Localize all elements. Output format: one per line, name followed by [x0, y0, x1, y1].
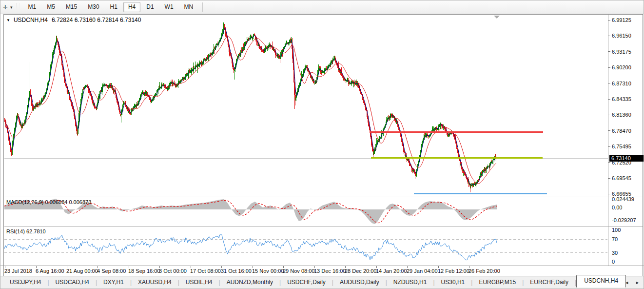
rsi-axis-label: 100 — [612, 227, 621, 233]
current-price-tag: 6.73140 — [609, 155, 644, 162]
chart-ohlc: 6.72824 6.73160 6.72814 6.73140 — [52, 17, 141, 23]
toolbar-grip[interactable] — [17, 3, 20, 11]
bull-candle-wicks — [12, 22, 495, 188]
price-axis-label: 6.99125 — [612, 17, 631, 23]
cursor-tool-icon[interactable]: ✛ — [1, 4, 9, 11]
rsi-label: RSI(14) 62.7810 — [6, 228, 46, 234]
date-axis-label: 15 Nov 00:00 — [252, 268, 284, 274]
chart-tab-usdjpy-h4[interactable]: USDJPY,H4 — [3, 277, 47, 288]
chart-tab-audnzd-monthly[interactable]: AUDNZD,Monthly — [220, 277, 279, 288]
timeframe-toolbar: ✛ ▾ M1M5M15M30H1H4D1W1MN — [0, 0, 644, 14]
date-axis-label: 4 Sep 08:00 — [97, 268, 126, 274]
date-axis-label: 31 Oct 16:00 — [221, 268, 252, 274]
timeframe-button-h4[interactable]: H4 — [123, 2, 140, 12]
date-axis-label: 18 Sep 16:00 — [128, 268, 160, 274]
chart-tab-usdchf-daily[interactable]: USDCHF,Daily — [281, 277, 332, 288]
chart-tab-eurchf-daily[interactable]: EURCHF,Daily — [524, 277, 575, 288]
macd-axis-label: -0.029207 — [612, 217, 636, 223]
chart-tabs: USDJPY,H4|USDCAD,H4|DXY,H1|XAUUSD,H4|USO… — [3, 277, 626, 288]
cursor-tool-caret-icon[interactable]: ▾ — [10, 5, 13, 10]
date-axis-label: 6 Aug 16:00 — [36, 268, 64, 274]
timeframe-button-m15[interactable]: M15 — [61, 2, 82, 12]
price-axis-label: 6.84335 — [612, 96, 631, 102]
rsi-axis-label: 0 — [612, 259, 615, 265]
scroll-to-end-icon — [494, 16, 500, 19]
rsi-axis-label: 30 — [612, 250, 618, 256]
chart-tab-nzdusd-h1[interactable]: NZDUSD,H1 — [387, 277, 433, 288]
chart-tab-audusd-daily[interactable]: AUDUSD,Daily — [333, 277, 386, 288]
ma-slow-line — [4, 37, 496, 184]
chart-tab-xauusd-h4[interactable]: XAUUSD,H4 — [132, 277, 178, 288]
chart-dropdown-icon[interactable]: ▼ — [6, 18, 10, 22]
date-axis-label: 12 Feb 12:00 — [438, 268, 469, 274]
date-axis-label: 21 Aug 00:00 — [66, 268, 98, 274]
price-chart[interactable] — [0, 0, 644, 289]
date-axis-label: 23 Jul 2018 — [4, 268, 32, 274]
price-axis-label: 6.96150 — [612, 33, 631, 39]
timeframe-button-mn[interactable]: MN — [179, 2, 198, 12]
date-axis-label: 14 Jan 20:00 — [376, 268, 407, 274]
chart-tab-dxy-h1[interactable]: DXY,H1 — [97, 277, 130, 288]
rsi-axis-label: 70 — [612, 236, 618, 242]
price-axis-label: 6.78470 — [612, 128, 631, 134]
timeframe-buttons: M1M5M15M30H1H4D1W1MN — [23, 2, 199, 12]
date-axis-label: 29 Nov 08:00 — [283, 268, 314, 274]
chart-tab-usdcnh-h4[interactable]: USDCNH,H4 — [576, 275, 626, 288]
chart-tab-us30-h1[interactable]: US30,H1 — [435, 277, 471, 288]
chart-tabbar: USDJPY,H4|USDCAD,H4|DXY,H1|XAUUSD,H4|USO… — [0, 276, 644, 289]
date-axis-label: 3 Oct 00:00 — [159, 268, 187, 274]
ma-fast-line — [4, 28, 496, 186]
bear-candle-wicks — [4, 24, 496, 192]
price-axis-label: 6.75495 — [612, 144, 631, 149]
chart-tab-usoil-h4[interactable]: USOIL,H4 — [179, 277, 219, 288]
date-axis-label: 17 Oct 08:00 — [190, 268, 221, 274]
tab-scroll-right-icon[interactable]: ► — [635, 280, 640, 285]
tab-scroll-arrows: ◄ ► — [624, 276, 640, 289]
price-axis-label: 6.93175 — [612, 49, 631, 55]
tab-scroll-left-icon[interactable]: ◄ — [624, 280, 629, 285]
chart-tab-usdcad-h4[interactable]: USDCAD,H4 — [49, 277, 96, 288]
toolbar-separator — [202, 2, 203, 12]
date-axis-label: 26 Feb 20:00 — [468, 268, 500, 274]
timeframe-button-d1[interactable]: D1 — [141, 2, 158, 12]
chart-symbol: USDCNH,H4 — [14, 17, 48, 23]
rsi-line — [4, 235, 497, 260]
timeframe-button-m30[interactable]: M30 — [83, 2, 104, 12]
timeframe-button-m1[interactable]: M1 — [23, 2, 41, 12]
timeframe-button-w1[interactable]: W1 — [160, 2, 178, 12]
macd-label: MACD(12,26,9) 0.006884 0.006873 — [6, 199, 91, 205]
price-axis-label: 6.87310 — [612, 81, 631, 86]
date-axis-label: 28 Dec 20:00 — [345, 268, 376, 274]
date-axis-label: 29 Jan 04:00 — [407, 268, 438, 274]
date-axis-label: 13 Dec 16:00 — [314, 268, 346, 274]
price-axis-label: 6.90200 — [612, 64, 631, 70]
mt4-window: ✛ ▾ M1M5M15M30H1H4D1W1MN ▼USDCNH,H46.728… — [0, 0, 644, 289]
price-axis-label: 6.69545 — [612, 175, 631, 181]
chart-tab-eurgbp-m15[interactable]: EURGBP,M15 — [472, 277, 522, 288]
timeframe-button-h1[interactable]: H1 — [105, 2, 122, 12]
macd-axis-label: 0.00 — [612, 205, 622, 210]
chart-title: ▼USDCNH,H46.72824 6.73160 6.72814 6.7314… — [6, 17, 141, 23]
price-axis-label: 6.81360 — [612, 112, 631, 118]
timeframe-button-m5[interactable]: M5 — [42, 2, 60, 12]
macd-axis-label: 0.024439 — [612, 196, 634, 202]
